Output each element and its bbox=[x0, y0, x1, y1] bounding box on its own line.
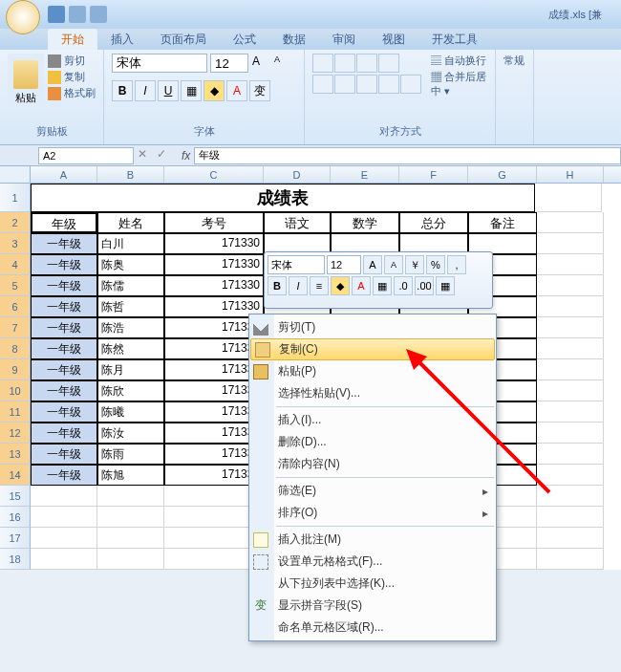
name-box[interactable] bbox=[38, 147, 134, 164]
cell-name[interactable]: 白川 bbox=[97, 233, 164, 254]
row-header[interactable]: 15 bbox=[0, 486, 31, 507]
cell-header-grade[interactable]: 年级 bbox=[31, 212, 97, 233]
grow-font-icon[interactable]: A bbox=[251, 54, 270, 73]
formula-input[interactable] bbox=[194, 147, 621, 164]
mini-percent-icon[interactable]: % bbox=[426, 255, 445, 274]
cm-sort[interactable]: 排序(O)▸ bbox=[249, 502, 496, 524]
cell[interactable] bbox=[537, 233, 604, 254]
tab-view[interactable]: 视图 bbox=[369, 29, 418, 50]
col-header-F[interactable]: F bbox=[399, 166, 468, 183]
mini-currency-icon[interactable]: ￥ bbox=[405, 255, 424, 274]
cm-pick-list[interactable]: 从下拉列表中选择(K)... bbox=[249, 573, 496, 595]
paste-button[interactable]: 粘贴 bbox=[8, 54, 44, 111]
shrink-font-icon[interactable]: A bbox=[273, 54, 292, 73]
cell[interactable] bbox=[537, 465, 604, 486]
wrap-text-button[interactable]: ▤ 自动换行 bbox=[431, 54, 487, 68]
cell-header-name[interactable]: 姓名 bbox=[97, 212, 164, 233]
tab-developer[interactable]: 开发工具 bbox=[418, 29, 491, 50]
cell-examno[interactable]: 171330 bbox=[164, 233, 264, 254]
font-color-button[interactable]: A bbox=[226, 80, 247, 101]
cell-name[interactable]: 陈旭 bbox=[97, 465, 164, 486]
cm-paste-special[interactable]: 选择性粘贴(V)... bbox=[249, 382, 496, 404]
cm-name-range[interactable]: 命名单元格区域(R)... bbox=[249, 617, 496, 639]
cancel-formula-icon[interactable]: ✕ bbox=[138, 147, 155, 164]
decrease-indent-button[interactable] bbox=[378, 75, 399, 94]
mini-align-icon[interactable]: ≡ bbox=[310, 276, 329, 295]
cell[interactable] bbox=[537, 507, 604, 528]
cell-examno[interactable]: 171330 bbox=[164, 254, 264, 275]
row-header[interactable]: 2 bbox=[0, 212, 31, 233]
row-header[interactable]: 6 bbox=[0, 296, 31, 317]
cell-name[interactable]: 陈然 bbox=[97, 338, 164, 359]
cell-grade[interactable]: 一年级 bbox=[31, 423, 97, 444]
cell-header-chinese[interactable]: 语文 bbox=[264, 212, 331, 233]
col-header-C[interactable]: C bbox=[164, 166, 264, 183]
row-header[interactable]: 4 bbox=[0, 254, 31, 275]
cell[interactable] bbox=[537, 317, 604, 338]
cell-grade[interactable]: 一年级 bbox=[31, 233, 97, 254]
undo-icon[interactable] bbox=[69, 6, 86, 23]
mini-grow-font-icon[interactable]: A bbox=[363, 255, 382, 274]
mini-fill-icon[interactable]: ◆ bbox=[331, 276, 350, 295]
cell-header-remark[interactable]: 备注 bbox=[468, 212, 537, 233]
align-middle-button[interactable] bbox=[334, 54, 355, 73]
cell[interactable] bbox=[31, 507, 97, 528]
row-header[interactable]: 16 bbox=[0, 507, 31, 528]
align-center-button[interactable] bbox=[334, 75, 355, 94]
cell[interactable] bbox=[31, 549, 97, 570]
row-header[interactable]: 1 bbox=[0, 184, 31, 212]
mini-italic-icon[interactable]: I bbox=[289, 276, 308, 295]
mini-shrink-font-icon[interactable]: A bbox=[384, 255, 403, 274]
cell[interactable] bbox=[97, 486, 164, 507]
row-header[interactable]: 8 bbox=[0, 338, 31, 359]
cell-grade[interactable]: 一年级 bbox=[31, 401, 97, 423]
bold-button[interactable]: B bbox=[112, 80, 133, 101]
cell-grade[interactable]: 一年级 bbox=[31, 275, 97, 296]
row-header[interactable]: 3 bbox=[0, 233, 31, 254]
cell-name[interactable]: 陈雨 bbox=[97, 444, 164, 465]
tab-page-layout[interactable]: 页面布局 bbox=[147, 29, 220, 50]
phonetic-button[interactable]: 变 bbox=[249, 80, 270, 101]
cell[interactable] bbox=[537, 338, 604, 359]
cell-grade[interactable]: 一年级 bbox=[31, 317, 97, 338]
office-button[interactable] bbox=[6, 0, 40, 34]
fill-color-button[interactable]: ◆ bbox=[203, 80, 225, 101]
cell[interactable] bbox=[537, 486, 604, 507]
cm-paste[interactable]: 粘贴(P) bbox=[249, 360, 496, 382]
cut-button[interactable]: 剪切 bbox=[48, 54, 96, 68]
row-header[interactable]: 13 bbox=[0, 444, 31, 465]
fx-icon[interactable]: fx bbox=[182, 149, 190, 163]
cell-grade[interactable]: 一年级 bbox=[31, 444, 97, 465]
redo-icon[interactable] bbox=[90, 6, 107, 23]
tab-formula[interactable]: 公式 bbox=[220, 29, 269, 50]
cell[interactable] bbox=[537, 549, 604, 570]
row-header[interactable]: 14 bbox=[0, 465, 31, 486]
col-header-G[interactable]: G bbox=[468, 166, 537, 183]
tab-review[interactable]: 审阅 bbox=[319, 29, 369, 50]
cell-name[interactable]: 陈奥 bbox=[97, 254, 164, 275]
cell[interactable] bbox=[537, 423, 604, 444]
cell[interactable] bbox=[31, 486, 97, 507]
cell[interactable] bbox=[537, 212, 604, 233]
mini-bold-icon[interactable]: B bbox=[268, 276, 287, 295]
cell[interactable] bbox=[537, 254, 604, 275]
tab-home[interactable]: 开始 bbox=[48, 29, 97, 50]
col-header-B[interactable]: B bbox=[97, 166, 164, 183]
cell[interactable] bbox=[97, 549, 164, 570]
save-icon[interactable] bbox=[48, 6, 65, 23]
row-header[interactable]: 11 bbox=[0, 401, 31, 423]
row-header[interactable]: 7 bbox=[0, 317, 31, 338]
cell[interactable] bbox=[535, 184, 602, 212]
col-header-H[interactable]: H bbox=[537, 166, 604, 183]
align-right-button[interactable] bbox=[356, 75, 377, 94]
cell-name[interactable]: 陈哲 bbox=[97, 296, 164, 317]
row-header[interactable]: 12 bbox=[0, 423, 31, 444]
mini-merge-icon[interactable]: ▦ bbox=[436, 276, 455, 295]
cell-name[interactable]: 陈月 bbox=[97, 359, 164, 380]
align-top-button[interactable] bbox=[312, 54, 333, 73]
tab-insert[interactable]: 插入 bbox=[97, 29, 147, 50]
cell-name[interactable]: 陈曦 bbox=[97, 401, 164, 423]
cell[interactable] bbox=[537, 528, 604, 549]
col-header-A[interactable]: A bbox=[31, 166, 97, 183]
italic-button[interactable]: I bbox=[135, 80, 156, 101]
